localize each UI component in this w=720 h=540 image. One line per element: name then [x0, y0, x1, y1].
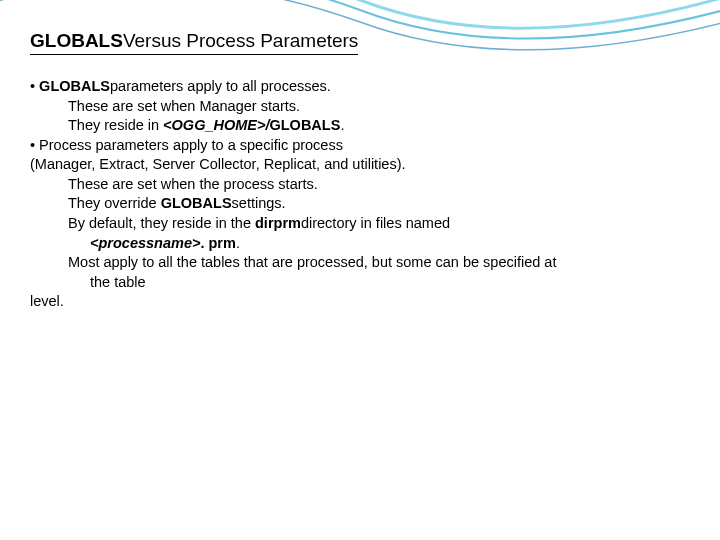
text: • Process parameters apply to a specific…	[30, 137, 343, 153]
line-5: (Manager, Extract, Server Collector, Rep…	[30, 155, 690, 175]
page-title: GLOBALSVersus Process Parameters	[30, 30, 358, 55]
text: directory in files named	[301, 215, 450, 231]
text: They override	[68, 195, 161, 211]
line-11: the table	[30, 273, 690, 293]
line-10: Most apply to all the tables that are pr…	[30, 253, 690, 273]
bullet: •	[30, 78, 39, 94]
title-bold: GLOBALS	[30, 30, 123, 51]
text: Most apply to all the tables that are pr…	[68, 254, 556, 270]
line-6: These are set when the process starts.	[30, 175, 690, 195]
text-bold: dirprm	[255, 215, 301, 231]
text: (Manager, Extract, Server Collector, Rep…	[30, 156, 406, 172]
text-bold: GLOBALS	[269, 117, 340, 133]
line-4: • Process parameters apply to a specific…	[30, 136, 690, 156]
text: .	[340, 117, 344, 133]
text-italic-bold: <OGG_HOME>/	[163, 117, 269, 133]
text-bold: GLOBALS	[161, 195, 232, 211]
body-text: • GLOBALSparameters apply to all process…	[30, 77, 690, 312]
line-9: <processname>. prm.	[30, 234, 690, 254]
text: These are set when Manager starts.	[68, 98, 300, 114]
line-1: • GLOBALSparameters apply to all process…	[30, 77, 690, 97]
text: .	[236, 235, 240, 251]
title-reg: Versus Process Parameters	[123, 30, 358, 51]
line-12: level.	[30, 292, 690, 312]
line-8: By default, they reside in the dirprmdir…	[30, 214, 690, 234]
text: parameters apply to all processes.	[110, 78, 331, 94]
line-7: They override GLOBALSsettings.	[30, 194, 690, 214]
text: These are set when the process starts.	[68, 176, 318, 192]
text-bold: GLOBALS	[39, 78, 110, 94]
text: By default, they reside in the	[68, 215, 255, 231]
text: They reside in	[68, 117, 163, 133]
text-italic-bold: <processname>	[90, 235, 200, 251]
line-2: These are set when Manager starts.	[30, 97, 690, 117]
text: the table	[90, 274, 146, 290]
line-3: They reside in <OGG_HOME>/GLOBALS.	[30, 116, 690, 136]
text: settings.	[232, 195, 286, 211]
text: level.	[30, 293, 64, 309]
text-bold: . prm	[200, 235, 235, 251]
